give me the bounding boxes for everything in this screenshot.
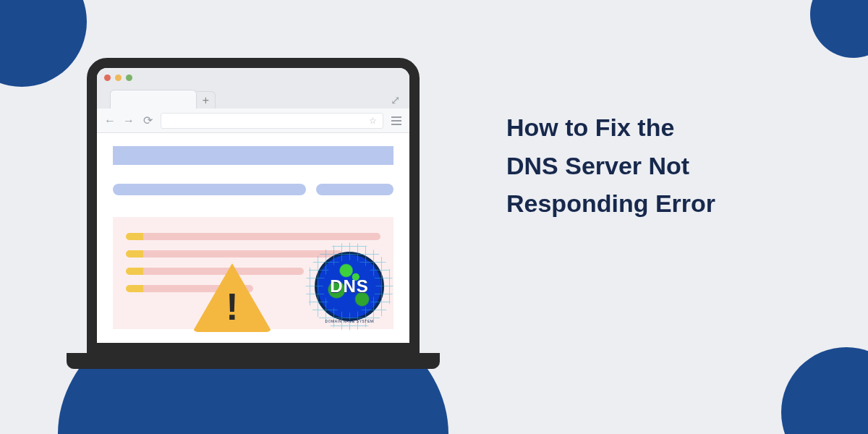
browser-toolbar: ← → ⟳ ☆ <box>97 109 409 133</box>
placeholder-pill <box>316 184 393 195</box>
placeholder-header-bar <box>113 146 393 165</box>
dns-sublabel: DOMAIN NAME SYSTEM <box>326 319 374 323</box>
headline-line: DNS Server Not <box>506 147 810 185</box>
laptop-screen: + ⤢ ← → ⟳ ☆ <box>97 68 409 343</box>
browser-tab-bar: + ⤢ <box>97 87 409 109</box>
placeholder-pill <box>113 184 306 195</box>
error-panel: ! DNS DOMAIN NAME SYSTEM <box>113 217 393 329</box>
page-content: ! DNS DOMAIN NAME SYSTEM <box>97 133 409 342</box>
hamburger-menu-icon <box>391 116 402 125</box>
headline-line: Responding Error <box>506 184 810 223</box>
window-close-dot <box>104 75 111 81</box>
decoration-circle-bottom-right <box>781 347 868 434</box>
new-tab-icon: + <box>197 91 216 109</box>
window-zoom-dot <box>126 75 132 81</box>
decoration-circle-top-right <box>810 0 868 58</box>
back-icon: ← <box>104 114 116 127</box>
browser-tab <box>110 90 197 109</box>
address-bar: ☆ <box>161 113 383 129</box>
window-minimize-dot <box>115 75 122 81</box>
laptop-frame: + ⤢ ← → ⟳ ☆ <box>87 58 420 353</box>
window-titlebar <box>97 68 409 87</box>
forward-icon: → <box>123 114 135 127</box>
exclamation-icon: ! <box>226 285 238 328</box>
laptop-illustration: + ⤢ ← → ⟳ ☆ <box>87 58 420 369</box>
decoration-circle-top-left <box>0 0 87 87</box>
laptop-base <box>67 353 440 369</box>
resize-icon: ⤢ <box>386 91 404 109</box>
placeholder-row <box>113 184 393 195</box>
reload-icon: ⟳ <box>142 114 153 127</box>
dns-globe-icon: DNS DOMAIN NAME SYSTEM <box>302 239 396 333</box>
bookmark-star-icon: ☆ <box>369 116 377 126</box>
headline-line: How to Fix the <box>506 109 810 147</box>
article-headline: How to Fix the DNS Server Not Responding… <box>506 109 810 223</box>
warning-triangle-icon: ! <box>192 263 272 332</box>
